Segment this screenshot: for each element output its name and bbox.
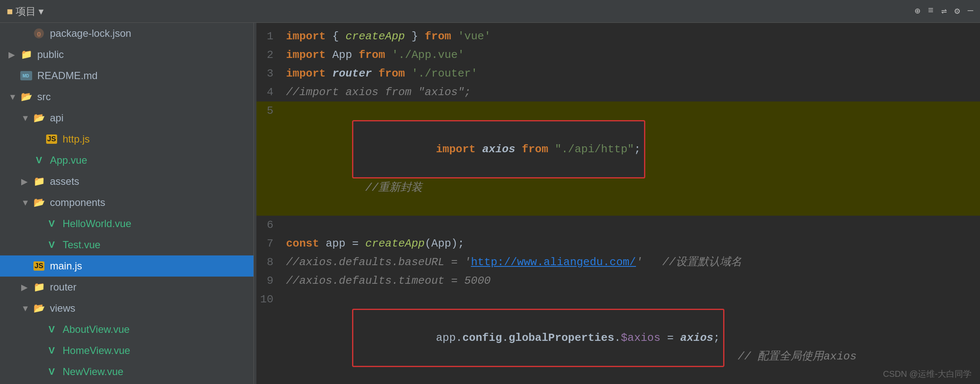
line-number: 10 <box>256 290 282 384</box>
sidebar-item-label: App.vue <box>50 154 253 166</box>
line-number: 1 <box>256 27 282 46</box>
sidebar-item-label: main.js <box>50 260 253 272</box>
sidebar-item-readme[interactable]: MD README.md <box>0 65 253 86</box>
folder-icon: 📁 <box>19 49 34 60</box>
sidebar-item-label: assets <box>50 176 253 187</box>
line-number: 5 <box>256 101 282 216</box>
line-content: const app = createApp(App); <box>282 234 980 253</box>
sidebar-item-components[interactable]: ▼ 📂 components <box>0 192 253 213</box>
expand-icon[interactable]: ⇌ <box>941 5 947 17</box>
code-line-1: 1 import { createApp } from 'vue' <box>256 27 980 46</box>
toolbar-title-text: 项目 <box>16 5 36 18</box>
code-line-4: 4 //import axios from "axios"; <box>256 83 980 101</box>
sidebar-item-label: Test.vue <box>63 239 253 251</box>
js-file-icon: JS <box>44 134 59 144</box>
code-line-5: 5 import axios from "./api/http"; //重新封装 <box>256 101 980 216</box>
sidebar-item-label: src <box>37 91 253 103</box>
collapse-all-icon[interactable]: ≡ <box>928 5 933 17</box>
code-line-8: 8 //axios.defaults.baseURL = 'http://www… <box>256 253 980 272</box>
line-content: app.config.globalProperties.$axios = axi… <box>282 290 980 384</box>
code-line-3: 3 import router from './router' <box>256 64 980 83</box>
sidebar-item-homeview-vue[interactable]: V HomeView.vue <box>0 340 253 361</box>
svg-text:MD: MD <box>22 74 29 78</box>
js-file-icon: JS <box>31 261 47 271</box>
json-file-icon: {} <box>31 27 47 39</box>
arrow-icon: ▼ <box>21 113 31 123</box>
sidebar-item-app-vue[interactable]: V App.vue <box>0 150 253 171</box>
line-number: 9 <box>256 272 282 290</box>
line-content: import axios from "./api/http"; //重新封装 <box>282 101 980 216</box>
sidebar-item-http-js[interactable]: JS http.js <box>0 129 253 150</box>
sidebar-item-label: api <box>50 112 253 124</box>
line-content: //axios.defaults.timeout = 5000 <box>282 272 980 290</box>
line-content <box>282 216 980 234</box>
sidebar-item-label: HomeView.vue <box>63 345 253 357</box>
dropdown-arrow[interactable]: ▾ <box>39 5 44 17</box>
line-number: 8 <box>256 253 282 272</box>
code-line-7: 7 const app = createApp(App); <box>256 234 980 253</box>
sidebar-item-aboutview-vue[interactable]: V AboutView.vue <box>0 319 253 340</box>
folder-icon: ■ <box>7 5 13 17</box>
arrow-icon: ▼ <box>8 92 19 102</box>
sidebar-item-label: NewView.vue <box>63 366 253 378</box>
toolbar-title: ■ 项目 ▾ <box>7 5 44 18</box>
vue-file-icon: V <box>44 366 59 377</box>
line-content: import { createApp } from 'vue' <box>282 27 980 46</box>
code-line-10: 10 app.config.globalProperties.$axios = … <box>256 290 980 384</box>
toolbar: ■ 项目 ▾ ⊕ ≡ ⇌ ⚙ — <box>0 0 980 23</box>
sidebar-item-main-js[interactable]: JS main.js <box>0 255 253 277</box>
add-icon[interactable]: ⊕ <box>915 5 920 17</box>
sidebar-item-api[interactable]: ▼ 📂 api <box>0 107 253 129</box>
sidebar-item-views[interactable]: ▼ 📂 views <box>0 298 253 319</box>
arrow-icon: ▼ <box>21 304 31 313</box>
code-line-9: 9 //axios.defaults.timeout = 5000 <box>256 272 980 290</box>
svg-text:{}: {} <box>37 31 41 36</box>
sidebar-item-package-lock-json[interactable]: {} package-lock.json <box>0 23 253 44</box>
code-content: 1 import { createApp } from 'vue' 2 impo… <box>256 23 980 384</box>
line-content: //axios.defaults.baseURL = 'http://www.a… <box>282 253 980 272</box>
sidebar-item-src[interactable]: ▼ 📂 src <box>0 86 253 107</box>
code-line-2: 2 import App from './App.vue' <box>256 46 980 64</box>
sidebar-item-label: public <box>37 49 253 60</box>
folder-icon: 📂 <box>31 303 47 314</box>
folder-icon: 📂 <box>19 91 34 102</box>
arrow-icon: ▼ <box>21 198 31 208</box>
line-content: import App from './App.vue' <box>282 46 980 64</box>
sidebar-item-public[interactable]: ▶ 📁 public <box>0 44 253 65</box>
minimize-icon[interactable]: — <box>968 5 973 17</box>
vue-file-icon: V <box>44 218 59 229</box>
folder-icon: 📂 <box>31 197 47 208</box>
sidebar-item-test-vue[interactable]: V Test.vue <box>0 234 253 255</box>
sidebar-item-helloworld-vue[interactable]: V HelloWorld.vue <box>0 213 253 234</box>
vue-file-icon: V <box>44 324 59 335</box>
line-number: 6 <box>256 216 282 234</box>
sidebar-item-router[interactable]: ▶ 📁 router <box>0 277 253 298</box>
sidebar-item-label: components <box>50 197 253 208</box>
sidebar-item-label: http.js <box>63 133 253 145</box>
sidebar-item-newview-vue[interactable]: V NewView.vue <box>0 361 253 382</box>
watermark: CSDN @运维-大白同学 <box>883 368 972 380</box>
line-number: 7 <box>256 234 282 253</box>
toolbar-icon-group: ⊕ ≡ ⇌ ⚙ — <box>915 5 973 17</box>
code-line-6: 6 <box>256 216 980 234</box>
sidebar-item-label: package-lock.json <box>50 27 253 39</box>
folder-icon: 📂 <box>31 112 47 123</box>
line-number: 3 <box>256 64 282 83</box>
sidebar-item-label: views <box>50 302 253 314</box>
line-number: 2 <box>256 46 282 64</box>
code-editor[interactable]: 1 import { createApp } from 'vue' 2 impo… <box>256 23 980 384</box>
sidebar-item-label: HelloWorld.vue <box>63 218 253 230</box>
settings-icon[interactable]: ⚙ <box>955 5 960 17</box>
main-container: {} package-lock.json ▶ 📁 public MD READM… <box>0 23 980 384</box>
line-content: //import axios from "axios"; <box>282 83 980 101</box>
sidebar-item-label: router <box>50 281 253 293</box>
vue-file-icon: V <box>44 239 59 250</box>
arrow-icon: ▶ <box>21 282 31 292</box>
line-number: 4 <box>256 83 282 101</box>
vue-file-icon: V <box>31 155 47 166</box>
md-file-icon: MD <box>19 71 34 81</box>
arrow-icon: ▶ <box>8 49 19 60</box>
sidebar-item-label: AboutView.vue <box>63 324 253 335</box>
folder-icon: 📁 <box>31 176 47 187</box>
sidebar-item-assets[interactable]: ▶ 📁 assets <box>0 171 253 192</box>
